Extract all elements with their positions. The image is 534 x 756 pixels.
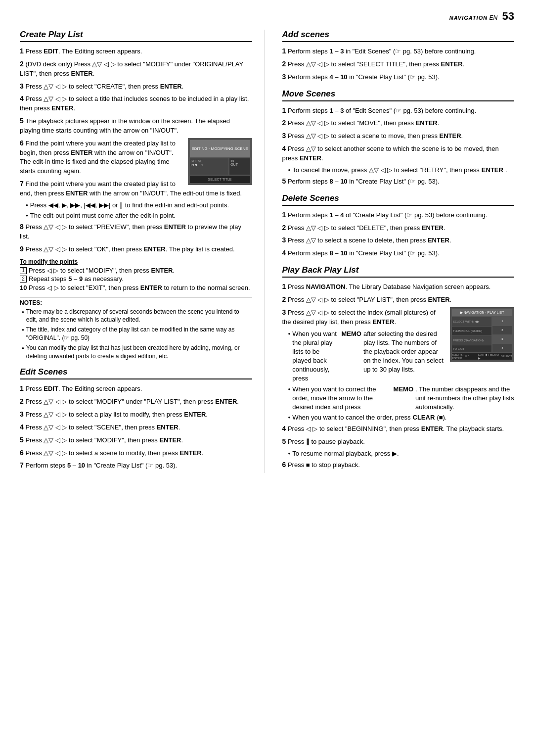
step-pb-5: 5 Press ‖ to pause playback. xyxy=(282,436,515,447)
modify-step-2: 2 Repeat steps 5 – 9 as necessary. xyxy=(20,275,252,283)
modify-step-1: 1 Press ◁ ▷ to select "MODIFY", then pre… xyxy=(20,267,252,274)
step-ds-2: 2 Press △▽ ◁ ▷ to select "DELETE", then … xyxy=(282,223,515,233)
bullet-cpl-1: Press ◀◀, ▶, ▶▶, |◀◀, ▶▶| or ‖ to find t… xyxy=(26,201,252,210)
step-ms-4: 4 Press △▽ to select another scene to wh… xyxy=(282,143,515,163)
step-cpl-4: 4 Press △▽ ◁ ▷ to select a title that in… xyxy=(20,94,252,113)
step-es-2: 2 Press △▽ ◁ ▷ to select "MODIFY" under … xyxy=(20,396,252,407)
step-ms-2: 2 Press △▽ ◁ ▷ to select "MOVE", then pr… xyxy=(282,118,515,128)
bullet-pb-3: When you want to cancel the order, press… xyxy=(288,413,515,422)
create-play-list-section: Create Play List 1 Press EDIT. The Editi… xyxy=(20,30,252,360)
delete-scenes-section: Delete Scenes 1 Perform steps 1 – 4 of "… xyxy=(282,193,515,258)
step-ms-5: 5 Perform steps 8 – 10 in "Create Play L… xyxy=(282,176,515,187)
bullet-pb-2: When you want to correct the order, move… xyxy=(288,385,515,412)
step-es-1: 1 Press EDIT. The Editing screen appears… xyxy=(20,383,252,394)
add-scenes-title: Add scenes xyxy=(282,30,515,42)
page-header: NAVIGATION EN 53 xyxy=(20,10,514,25)
play-back-title: Play Back Play List xyxy=(282,265,515,278)
step-ds-1: 1 Perform steps 1 – 4 of "Create Play Li… xyxy=(282,210,515,220)
step-pb-4: 4 Press ◁ ▷ to select "BEGINNING", then … xyxy=(282,424,515,434)
add-scenes-section: Add scenes 1 Perform steps 1 – 3 in "Edi… xyxy=(282,30,515,82)
bullet-ms-1: To cancel the move, press △▽ ◁ ▷ to sele… xyxy=(288,166,515,175)
modify-points-heading: To modify the points xyxy=(20,258,252,265)
create-play-list-title: Create Play List xyxy=(20,30,252,42)
edit-scenes-title: Edit Scenes xyxy=(20,367,252,379)
note-2: The title, index and category of the pla… xyxy=(22,326,252,342)
edit-scenes-section: Edit Scenes 1 Press EDIT. The Editing sc… xyxy=(20,367,252,471)
right-column: Add scenes 1 Perform steps 1 – 3 in "Edi… xyxy=(280,30,515,473)
step-es-5: 5 Press △▽ ◁ ▷ to select "MODIFY", then … xyxy=(20,435,252,445)
delete-scenes-title: Delete Scenes xyxy=(282,193,515,206)
step-cpl-8: 8 Press △▽ ◁ ▷ to select "PREVIEW", then… xyxy=(20,222,252,241)
notes-heading: NOTES: xyxy=(20,297,252,306)
move-scenes-title: Move Scenes xyxy=(282,89,515,101)
step-as-2: 2 Press △▽ ◁ ▷ to select "SELECT TITLE",… xyxy=(282,59,515,69)
step-ds-3: 3 Press △▽ to select a scene to delete, … xyxy=(282,235,515,245)
nav-label: NAVIGATION xyxy=(449,15,488,21)
step-cpl-5: 5 The playback pictures appear in the wi… xyxy=(20,116,252,136)
step-pb-6: 6 Press ■ to stop playback. xyxy=(282,460,515,470)
step-as-3: 3 Perform steps 4 – 10 in "Create Play L… xyxy=(282,72,515,82)
step-cpl-2: 2 (DVD deck only) Press △▽ ◁ ▷ to select… xyxy=(20,59,252,79)
left-column: Create Play List 1 Press EDIT. The Editi… xyxy=(20,30,265,473)
step-as-1: 1 Perform steps 1 – 3 in "Edit Scenes" (… xyxy=(282,46,515,56)
screen-mockup-pb: ▶ NAVIGATION · PLAY LIST SELECT WITH: ◀▶… xyxy=(450,307,514,362)
step-pb-2: 2 Press △▽ ◁ ▷ to select "PLAY LIST", th… xyxy=(282,294,515,305)
step-cpl-9: 9 Press △▽ ◁ ▷ to select "OK", then pres… xyxy=(20,244,252,254)
step-ms-3: 3 Press △▽ ◁ ▷ to select a scene to move… xyxy=(282,131,515,141)
step-es-7: 7 Perform steps 5 – 10 in "Create Play L… xyxy=(20,460,252,471)
note-3: You can modify the play list that has ju… xyxy=(22,344,252,361)
move-scenes-section: Move Scenes 1 Perform steps 1 – 3 of "Ed… xyxy=(282,89,515,187)
play-back-section: Play Back Play List 1 Press NAVIGATION. … xyxy=(282,265,515,470)
bullet-pb-1: When you want the plural play lists to b… xyxy=(288,330,445,383)
screen-mockup-cpl: EDITING · MODIFYING SCENE SCENE PRE. 1 I… xyxy=(188,138,252,185)
bullet-cpl-2: The edit-out point must come after the e… xyxy=(26,211,252,220)
step-pb-1: 1 Press NAVIGATION. The Library Database… xyxy=(282,282,515,292)
step-ds-4: 4 Perform steps 8 – 10 in "Create Play L… xyxy=(282,248,515,258)
step-es-4: 4 Press △▽ ◁ ▷ to select "SCENE", then p… xyxy=(20,422,252,432)
step-cpl-1: 1 Press EDIT. The Editing screen appears… xyxy=(20,46,252,56)
step-cpl-3: 3 Press △▽ ◁ ▷ to select "CREATE", then … xyxy=(20,81,252,92)
step-es-3: 3 Press △▽ ◁ ▷ to select a play list to … xyxy=(20,409,252,420)
page-number: 53 xyxy=(502,10,514,22)
bullet-pb-4: To resume normal playback, press ▶. xyxy=(288,449,515,458)
step-ms-1: 1 Perform steps 1 – 3 of "Edit Scenes" (… xyxy=(282,105,515,116)
step-6-7-area: EDITING · MODIFYING SCENE SCENE PRE. 1 I… xyxy=(20,138,252,201)
lang-label: EN xyxy=(490,14,498,21)
step-es-6: 6 Press △▽ ◁ ▷ to select a scene to modi… xyxy=(20,448,252,458)
step-cpl-10: 10 Press ◁ ▷ to select "EXIT", then pres… xyxy=(20,284,252,293)
note-1: There may be a discrepancy of several se… xyxy=(22,308,252,325)
step-3-area: ▶ NAVIGATION · PLAY LIST SELECT WITH: ◀▶… xyxy=(282,307,515,385)
